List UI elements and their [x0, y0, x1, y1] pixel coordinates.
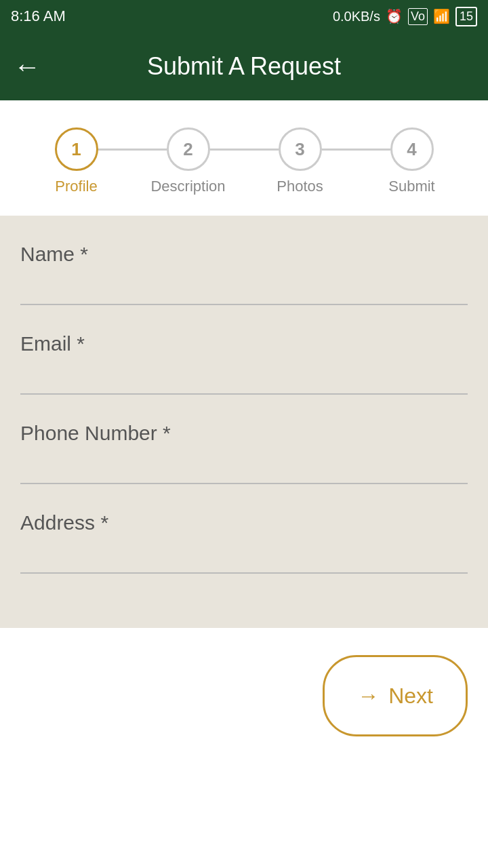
email-label: Email *: [20, 332, 468, 355]
network-speed: 0.0KB/s: [333, 9, 380, 24]
step-2: 2 Description: [132, 127, 244, 195]
connector-2-3: [210, 149, 279, 151]
stepper: 1 Profile 2 Description 3 Photos 4 Submi…: [0, 100, 488, 216]
step-3: 3 Photos: [244, 127, 356, 195]
connector-3-4: [322, 149, 390, 151]
clock-icon: ⏰: [386, 8, 403, 24]
next-area: → Next: [0, 628, 488, 764]
step-4: 4 Submit: [356, 127, 468, 195]
address-label: Address *: [20, 511, 468, 534]
app-header: ← Submit A Request: [0, 33, 488, 100]
bottom-space: [0, 764, 488, 868]
name-label: Name *: [20, 243, 468, 266]
step-2-label: Description: [150, 178, 225, 195]
page-title: Submit A Request: [147, 52, 341, 81]
step-2-circle: 2: [167, 127, 210, 171]
volte-icon: Vo: [408, 8, 428, 25]
email-input[interactable]: [20, 355, 468, 382]
address-input[interactable]: [20, 534, 468, 561]
step-3-label: Photos: [277, 178, 323, 195]
status-icons: 0.0KB/s ⏰ Vo 📶 15: [333, 7, 477, 26]
back-button[interactable]: ←: [14, 53, 41, 80]
step-1-label: Profile: [55, 178, 97, 195]
step-1: 1 Profile: [20, 127, 132, 195]
stepper-track: 1 Profile 2 Description 3 Photos 4 Submi…: [20, 127, 468, 195]
back-arrow-icon: ←: [14, 52, 41, 81]
battery-indicator: 15: [455, 7, 477, 26]
signal-icon: 📶: [433, 8, 450, 24]
status-time: 8:16 AM: [11, 7, 66, 25]
name-field-container: Name *: [20, 243, 468, 305]
next-button[interactable]: → Next: [323, 655, 468, 736]
step-4-circle: 4: [390, 127, 434, 171]
step-1-circle: 1: [55, 127, 98, 171]
phone-label: Phone Number *: [20, 422, 468, 445]
form-area: Name * Email * Phone Number * Address *: [0, 216, 488, 628]
name-input[interactable]: [20, 266, 468, 293]
connector-1-2: [98, 149, 167, 151]
next-label: Next: [388, 684, 433, 709]
address-field-container: Address *: [20, 511, 468, 574]
next-arrow-icon: →: [357, 684, 379, 709]
phone-input[interactable]: [20, 445, 468, 472]
step-4-label: Submit: [388, 178, 434, 195]
step-3-circle: 3: [279, 127, 322, 171]
status-bar: 8:16 AM 0.0KB/s ⏰ Vo 📶 15: [0, 0, 488, 33]
email-field-container: Email *: [20, 332, 468, 395]
phone-field-container: Phone Number *: [20, 422, 468, 484]
